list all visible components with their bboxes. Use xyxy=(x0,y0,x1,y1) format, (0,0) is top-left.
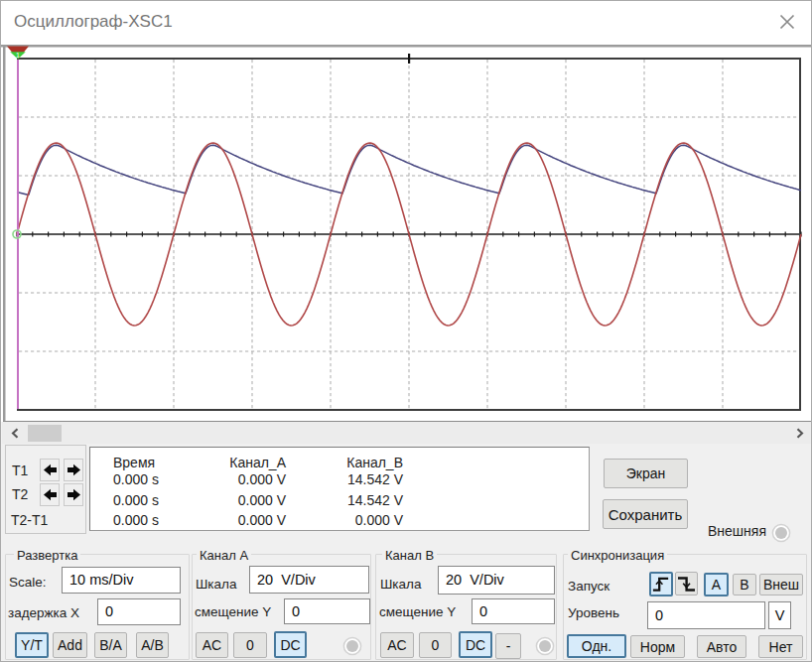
svg-text:1: 1 xyxy=(16,52,20,59)
